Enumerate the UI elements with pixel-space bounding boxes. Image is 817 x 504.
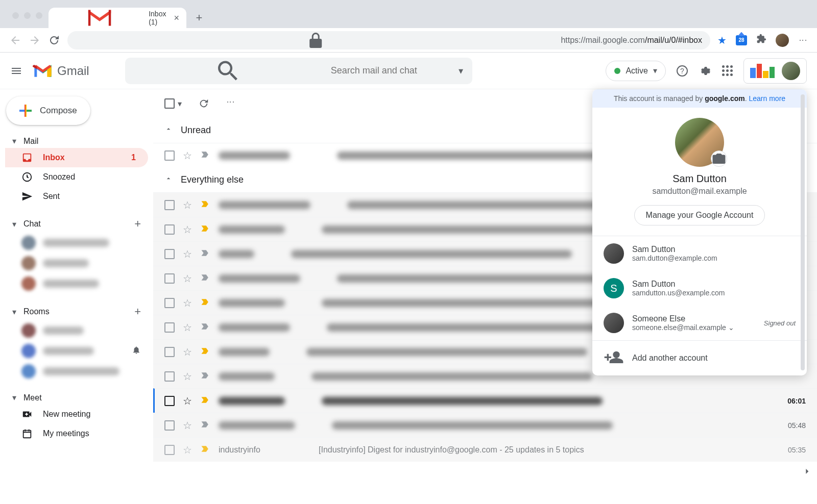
learn-more-link[interactable]: Learn more [749,94,785,103]
important-icon[interactable] [200,223,210,236]
important-icon[interactable] [200,297,210,309]
search-icon [134,58,322,84]
browser-menu-icon[interactable]: ⋮ [798,36,808,44]
important-icon[interactable] [200,346,210,358]
meet-section-header[interactable]: ▾ Meet [5,391,148,405]
row-checkbox[interactable] [164,445,175,455]
forward-button[interactable] [29,34,41,46]
account-option[interactable]: Someone Elsesomeone.else@mail.example⌄ S… [592,306,807,340]
select-all-checkbox[interactable]: ▾ [164,98,182,109]
chat-contact[interactable] [5,233,148,253]
account-avatar[interactable] [782,62,800,80]
important-icon[interactable] [200,199,210,211]
extension-badge[interactable]: 28 [736,35,747,45]
star-icon[interactable]: ☆ [183,223,192,236]
camera-icon[interactable] [711,150,727,167]
back-button[interactable] [9,34,21,46]
add-room-icon[interactable]: + [134,305,141,318]
star-icon[interactable]: ☆ [183,199,192,211]
new-tab-button[interactable]: + [191,10,207,26]
star-icon[interactable]: ☆ [183,272,192,285]
main-menu-icon[interactable] [10,65,22,77]
browser-tab[interactable]: Inbox (1) × [49,8,186,28]
add-account-button[interactable]: Add another account [592,340,807,375]
bookmark-star-icon[interactable]: ★ [717,34,727,46]
account-option[interactable]: S Sam Duttonsamdutton.us@example.com [592,271,807,306]
chat-contact[interactable] [5,273,148,294]
status-pill[interactable]: Active ▾ [606,61,666,81]
email-row[interactable]: ☆05:48 [153,413,817,437]
google-apps-icon[interactable] [721,65,733,77]
row-checkbox[interactable] [164,273,175,284]
search-box[interactable]: ▾ [125,58,472,84]
side-panel-toggle[interactable] [802,466,812,478]
gmail-logo[interactable]: Gmail [33,63,89,79]
inbox-count: 1 [131,153,141,162]
row-checkbox[interactable] [164,322,175,333]
mail-section-header[interactable]: ▾ Mail [5,134,148,148]
manage-account-button[interactable]: Manage your Google Account [634,205,765,225]
row-checkbox[interactable] [164,347,175,357]
row-checkbox[interactable] [164,371,175,382]
sidebar-item-snoozed[interactable]: Snoozed [5,167,148,187]
chat-contact[interactable] [5,253,148,273]
star-icon[interactable]: ☆ [183,149,192,162]
row-checkbox[interactable] [164,249,175,259]
new-meeting-label: New meeting [43,410,90,419]
row-checkbox[interactable] [164,420,175,431]
account-option[interactable]: Sam Duttonsam.dutton@example.com [592,236,807,271]
org-switcher[interactable] [743,58,807,84]
compose-button[interactable]: Compose [6,96,90,125]
important-icon[interactable] [200,395,210,407]
star-icon[interactable]: ☆ [183,248,192,260]
settings-gear-icon[interactable] [699,65,711,77]
extensions-icon[interactable] [756,34,766,46]
search-options-icon[interactable]: ▾ [459,65,463,77]
support-icon[interactable]: ? [676,65,688,77]
star-icon[interactable]: ☆ [183,346,192,358]
label-icon[interactable] [200,248,210,260]
row-checkbox[interactable] [164,150,175,161]
add-chat-icon[interactable]: + [134,217,141,231]
row-checkbox[interactable] [164,224,175,235]
star-icon[interactable]: ☆ [183,395,192,407]
search-input[interactable] [331,65,449,76]
profile-avatar-icon[interactable] [776,34,789,47]
acct-name: Sam Dutton [632,245,796,254]
window-controls[interactable] [6,12,49,28]
email-row[interactable]: ☆industryinfo[Industryinfo] Digest for i… [153,437,817,462]
row-checkbox[interactable] [164,298,175,308]
star-icon[interactable]: ☆ [183,321,192,334]
scrollbar[interactable] [801,94,805,370]
sidebar-item-inbox[interactable]: Inbox 1 [5,148,148,167]
email-row[interactable]: ☆06:01 [153,388,817,413]
star-icon[interactable]: ☆ [183,370,192,383]
url-input[interactable]: https://mail.google.com/mail/u/0/#inbox [67,31,710,49]
compose-label: Compose [40,106,77,116]
room-item[interactable] [5,320,148,341]
else-label: Everything else [181,174,244,185]
refresh-icon[interactable] [198,98,209,109]
sidebar-item-sent[interactable]: Sent [5,187,148,206]
row-checkbox[interactable] [164,200,175,210]
label-icon[interactable] [200,370,210,383]
row-checkbox[interactable] [164,396,175,406]
important-icon[interactable] [200,444,210,456]
rooms-section-header[interactable]: ▾ Rooms + [5,303,148,320]
star-icon[interactable]: ☆ [183,419,192,432]
room-item[interactable] [5,341,148,361]
star-icon[interactable]: ☆ [183,444,192,456]
more-icon[interactable]: ⋮ [226,98,237,109]
label-icon[interactable] [200,321,210,334]
sidebar-item-new-meeting[interactable]: New meeting [5,405,148,424]
room-item[interactable] [5,361,148,382]
label-icon[interactable] [200,272,210,285]
close-tab-icon[interactable]: × [174,13,179,23]
star-icon[interactable]: ☆ [183,297,192,309]
label-icon[interactable] [200,149,210,162]
reload-button[interactable] [48,34,60,46]
chat-section-header[interactable]: ▾ Chat + [5,215,148,233]
label-icon[interactable] [200,419,210,432]
sidebar-item-my-meetings[interactable]: My meetings [5,424,148,443]
chat-label: Chat [23,219,41,229]
